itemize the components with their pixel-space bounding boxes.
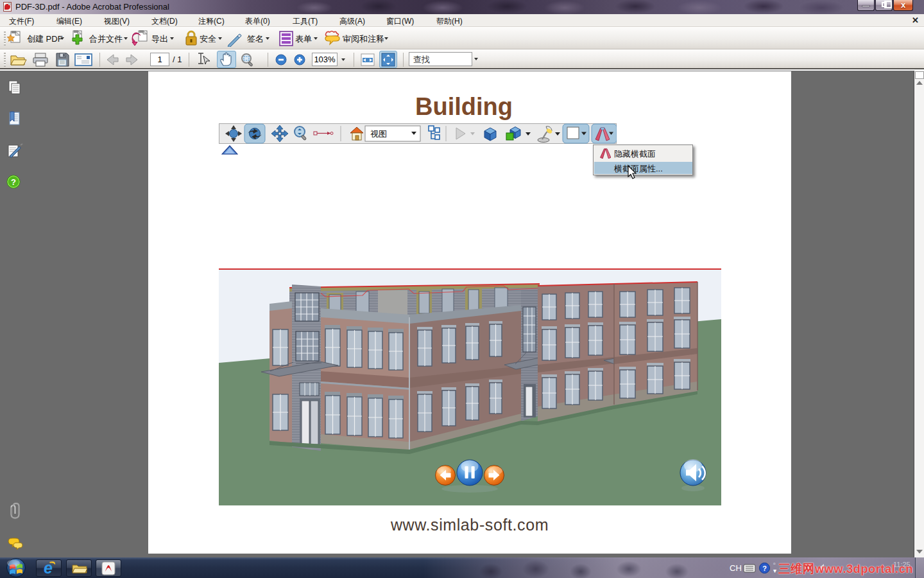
svg-text:?: ? bbox=[11, 177, 16, 187]
svg-text:视图: 视图 bbox=[370, 129, 387, 139]
svg-text:?: ? bbox=[762, 565, 767, 572]
